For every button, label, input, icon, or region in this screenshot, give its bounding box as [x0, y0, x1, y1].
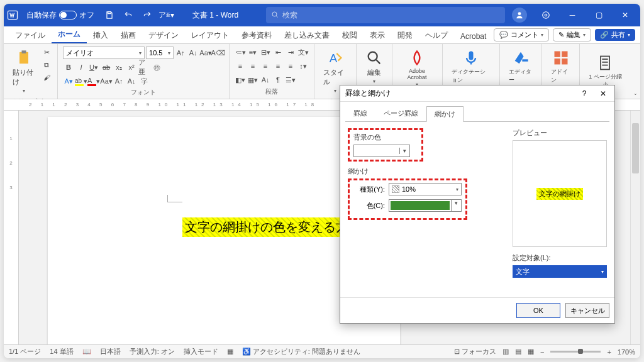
tab-design[interactable]: デザイン — [142, 28, 185, 43]
tab-mailmerge[interactable]: 差し込み文書 — [278, 28, 336, 43]
enclose-char-icon[interactable]: 字 — [138, 75, 150, 87]
show-marks-icon[interactable]: ¶ — [272, 74, 284, 85]
zoom-out-button[interactable]: − — [540, 348, 544, 356]
italic-button[interactable]: I — [75, 62, 87, 73]
numbering-icon[interactable]: ≡▾ — [247, 47, 258, 58]
bold-button[interactable]: B — [63, 62, 74, 73]
dialog-close-button[interactable]: ✕ — [597, 89, 609, 98]
bullets-icon[interactable]: ≔▾ — [235, 47, 246, 58]
fill-color-combo[interactable]: ▾ — [353, 145, 410, 157]
dialog-tab-shading[interactable]: 網かけ — [426, 106, 464, 122]
font-name-combo[interactable]: メイリオ▾ — [63, 47, 145, 59]
tab-references[interactable]: 参考資料 — [235, 28, 278, 43]
shrink-font-icon[interactable]: A↓ — [187, 47, 199, 58]
editing-button[interactable]: 編集▾ — [362, 47, 387, 87]
char-shading-button[interactable]: Aa▾ — [101, 75, 112, 87]
autosave-toggle[interactable]: 自動保存 オフ — [26, 10, 94, 21]
page-count[interactable]: 1/1 ページ — [9, 347, 41, 356]
comments-button[interactable]: 💬 コメント ▾ — [494, 28, 549, 41]
language[interactable]: 日本語 — [100, 347, 121, 356]
superscript-button[interactable]: x² — [126, 62, 137, 73]
vertical-scrollbar[interactable] — [630, 111, 640, 344]
distribute-icon[interactable]: ≡ — [285, 60, 296, 72]
shrink-font2-icon[interactable]: A↓ — [126, 75, 137, 87]
zoom-slider[interactable] — [550, 351, 601, 353]
zoom-level[interactable]: 170% — [618, 348, 635, 356]
copy-icon[interactable]: ⧉ — [41, 59, 52, 70]
grid-icon[interactable]: ☰▾ — [285, 74, 296, 85]
dialog-help-button[interactable]: ? — [578, 89, 591, 98]
pattern-color-combo[interactable]: ▾ — [389, 199, 462, 212]
predict-input[interactable]: 予測入力: オン — [130, 347, 175, 356]
highlight-button[interactable]: ab▾ — [75, 75, 87, 87]
accessibility-status[interactable]: ♿ アクセシビリティ: 問題ありません — [242, 347, 360, 356]
undo-icon[interactable] — [121, 8, 136, 23]
tab-insert[interactable]: 挿入 — [87, 28, 114, 43]
change-case-icon[interactable]: Aa▾ — [200, 47, 211, 58]
acrobat-button[interactable]: Adobe Acrobat▾ — [397, 47, 437, 90]
tab-review[interactable]: 校閲 — [336, 28, 364, 43]
tab-home[interactable]: ホーム — [52, 26, 87, 43]
editor-button[interactable]: エディター — [505, 47, 536, 87]
align-center-icon[interactable]: ≡ — [247, 60, 258, 72]
format-painter-icon[interactable]: 🖌 — [41, 72, 52, 83]
spellcheck-icon[interactable]: 📖 — [82, 348, 91, 356]
help-icon[interactable] — [533, 4, 558, 26]
insert-mode[interactable]: 挿入モード — [184, 347, 218, 356]
close-button[interactable]: ✕ — [613, 4, 638, 26]
ok-button[interactable]: OK — [516, 303, 560, 318]
tab-help[interactable]: ヘルプ — [419, 28, 454, 43]
subscript-button[interactable]: x₂ — [113, 62, 125, 73]
addins-button[interactable]: アドイン — [547, 47, 574, 87]
ruby-button[interactable]: ア亜 — [138, 62, 150, 73]
dialog-tab-pageborders[interactable]: ページ罫線 — [375, 106, 426, 121]
tab-draw[interactable]: 描画 — [114, 28, 142, 43]
tab-layout[interactable]: レイアウト — [185, 28, 235, 43]
paste-button[interactable]: 貼り付け ▾ — [9, 47, 38, 96]
text-effects-icon[interactable]: A▾ — [63, 75, 74, 87]
dialog-titlebar[interactable]: 罫線と網かけ ? ✕ — [340, 85, 614, 102]
align-left-icon[interactable]: ≡ — [235, 60, 246, 72]
multilevel-icon[interactable]: ⊟▾ — [260, 47, 271, 58]
cut-icon[interactable]: ✂ — [41, 47, 52, 58]
tab-acrobat[interactable]: Acrobat — [454, 30, 492, 43]
maximize-button[interactable]: ▢ — [586, 4, 611, 26]
ribbon-collapse-icon[interactable]: ⌄ — [631, 88, 640, 99]
apply-to-combo[interactable]: 文字 ▾ — [513, 265, 607, 278]
font-qat-icon[interactable]: ア亜 ▾ — [158, 8, 174, 23]
tab-developer[interactable]: 開発 — [391, 28, 419, 43]
word-count[interactable]: 14 単語 — [50, 347, 73, 356]
focus-mode[interactable]: ⊡ フォーカス — [454, 347, 496, 356]
cancel-button[interactable]: キャンセル — [565, 303, 609, 318]
line-spacing-icon[interactable]: ↕▾ — [297, 60, 309, 72]
tab-view[interactable]: 表示 — [364, 28, 391, 43]
save-icon[interactable] — [102, 8, 117, 23]
macro-icon[interactable]: ▦ — [227, 348, 233, 356]
tab-file[interactable]: ファイル — [9, 28, 52, 43]
sort-icon[interactable]: A↓ — [260, 74, 271, 85]
vertical-ruler[interactable]: 1 2 3 — [4, 111, 19, 344]
font-color-button[interactable]: A▾ — [88, 75, 99, 87]
strike-button[interactable]: ab — [101, 62, 112, 73]
dialog-tab-borders[interactable]: 罫線 — [345, 106, 375, 121]
document-text[interactable]: 文字の網掛けの色を変える方法 — [182, 217, 364, 237]
edit-mode-button[interactable]: ✎ 編集 ▾ — [553, 28, 591, 41]
search-box[interactable]: 検索 — [266, 7, 505, 23]
enclose-button[interactable]: ㊕ — [151, 62, 162, 73]
borders-icon[interactable]: ▦▾ — [247, 74, 258, 85]
justify-icon[interactable]: ≡ — [272, 60, 284, 72]
minimize-button[interactable]: ─ — [560, 4, 585, 26]
font-size-combo[interactable]: 10.5▾ — [146, 47, 174, 59]
grow-font2-icon[interactable]: A↑ — [113, 75, 125, 87]
redo-icon[interactable] — [140, 8, 155, 23]
underline-button[interactable]: U▾ — [88, 62, 99, 73]
view-read-icon[interactable]: ▤ — [515, 348, 521, 356]
shading-icon[interactable]: ◧▾ — [235, 74, 246, 85]
pattern-type-combo[interactable]: 10% ▾ — [389, 183, 462, 195]
share-button[interactable]: 🔗 共有 ▾ — [595, 29, 635, 41]
indent-dec-icon[interactable]: ⇤ — [272, 47, 284, 58]
clear-format-icon[interactable]: A⌫ — [213, 47, 224, 58]
view-web-icon[interactable]: ▦ — [528, 348, 534, 356]
text-dir-icon[interactable]: 文▾ — [297, 47, 309, 58]
view-print-icon[interactable]: ▥ — [502, 348, 509, 356]
